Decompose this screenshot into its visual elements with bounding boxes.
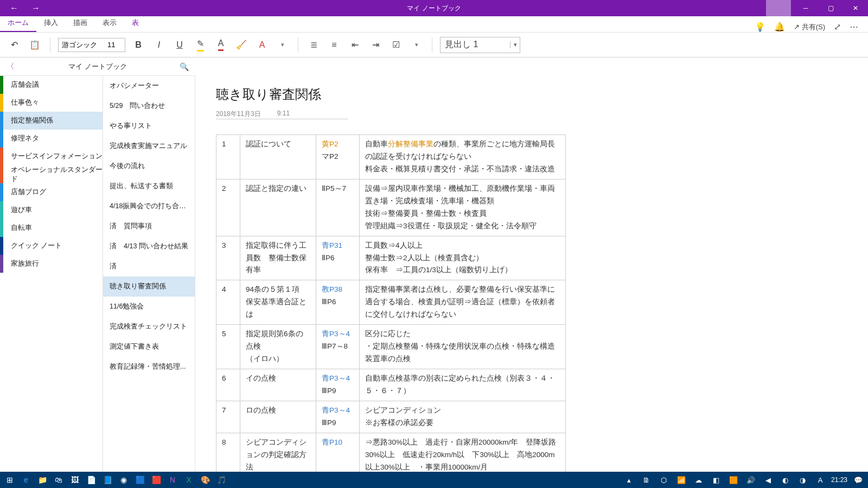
section-item[interactable]: 自転車	[0, 219, 103, 237]
page-item[interactable]: 測定値下書き表	[103, 337, 195, 357]
table-row[interactable]: 3指定取得に伴う工員数 整備士数保有率青P31ⅡP6工員数⇒4人以上整備士数⇒2…	[216, 236, 566, 280]
chrome-icon[interactable]: ◉	[117, 473, 130, 486]
highlight-button[interactable]: ✎	[193, 37, 208, 53]
table-row[interactable]: 8シビアコンディションの判定確認方法青P10⇒悪路30%以上 過走行・自家用20…	[216, 433, 566, 477]
store-icon[interactable]: 🛍	[52, 473, 65, 486]
outdent-button[interactable]: ⇤	[347, 37, 362, 53]
lightbulb-icon[interactable]: 💡	[755, 22, 765, 32]
app-icon[interactable]: 🎨	[199, 473, 212, 486]
page-item[interactable]: やる事リスト	[103, 116, 195, 136]
table-row[interactable]: 5指定規則第6条の点検（イロハ）青P3～4ⅢP7～8区分に応じた・定期点検整備・…	[216, 325, 566, 369]
onenote-icon[interactable]: N	[166, 473, 179, 486]
forward-icon[interactable]: →	[31, 3, 40, 13]
tray-icon[interactable]: ▴	[623, 473, 636, 486]
underline-button[interactable]: U	[172, 37, 187, 53]
bell-icon[interactable]: 🔔	[774, 22, 785, 32]
cloud-icon[interactable]: ☁	[692, 473, 705, 486]
page-item[interactable]: 11/6勉強会	[103, 297, 195, 317]
section-item[interactable]: オペレーショナルスタンダード	[0, 165, 103, 183]
app-icon[interactable]: 🟦	[133, 473, 146, 486]
indent-button[interactable]: ⇥	[368, 37, 383, 53]
section-item[interactable]: 遊び車	[0, 201, 103, 219]
wifi-icon[interactable]: 📶	[675, 473, 688, 486]
ime-icon[interactable]: A	[814, 473, 827, 486]
section-item[interactable]: クイック ノート	[0, 237, 103, 255]
close-button[interactable]: ✕	[843, 0, 868, 16]
notebook-back-icon[interactable]: 〈	[7, 62, 14, 72]
tab-draw[interactable]: 描画	[66, 15, 95, 32]
page-item[interactable]: 今後の流れ	[103, 156, 195, 176]
chevron-down-icon[interactable]: ▾	[510, 41, 520, 48]
page-item[interactable]: 4/18振興会での打ち合わ...	[103, 196, 195, 216]
tray-icon[interactable]: ⬡	[658, 473, 671, 486]
edge-icon[interactable]: e	[20, 473, 33, 486]
font-size-input[interactable]	[104, 38, 125, 52]
tab-home[interactable]: ホーム	[0, 15, 36, 32]
page-item[interactable]: 教育記録簿・苦情処理...	[103, 357, 195, 377]
app-icon[interactable]: 🎵	[215, 473, 228, 486]
style-selector[interactable]: 見出し 1 ▾	[440, 37, 520, 53]
tray-icon[interactable]: ◑	[796, 473, 809, 486]
tray-icon[interactable]: 🗎	[640, 473, 653, 486]
app-icon[interactable]: 📘	[101, 473, 114, 486]
section-item[interactable]: 店舗会議	[0, 76, 103, 94]
start-icon[interactable]: ⊞	[3, 473, 16, 486]
undo-button[interactable]: ↶	[7, 37, 22, 53]
excel-icon[interactable]: X	[182, 473, 195, 486]
chevron-down-icon[interactable]: ▾	[409, 37, 424, 53]
page-item[interactable]: 済 質問事項	[103, 216, 195, 236]
fullscreen-icon[interactable]: ⤢	[834, 22, 841, 32]
chevron-down-icon[interactable]: ▾	[275, 37, 290, 53]
bold-button[interactable]: B	[131, 37, 146, 53]
volume-icon[interactable]: 🔊	[744, 473, 757, 486]
tray-icon[interactable]: ◀	[762, 473, 775, 486]
section-item[interactable]: サービスインフォメーション	[0, 147, 103, 165]
tab-table[interactable]: 表	[124, 15, 146, 32]
back-icon[interactable]: ←	[10, 3, 18, 13]
bullet-list-button[interactable]: ≣	[306, 37, 321, 53]
minimize-button[interactable]: ─	[793, 0, 818, 16]
page-item[interactable]: 済	[103, 256, 195, 277]
page-item[interactable]: 済 4/13 問い合わせ結果	[103, 236, 195, 256]
italic-button[interactable]: I	[151, 37, 167, 53]
format-painter-button[interactable]: A	[254, 37, 270, 53]
font-name-input[interactable]	[59, 38, 104, 52]
page-item[interactable]: 完成検査実施マニュアル	[103, 136, 195, 156]
section-item[interactable]: 仕事色々	[0, 94, 103, 112]
table-row[interactable]: 1認証について黄P2マP2自動車分解整備事業の種類、事業所ごとに地方運輸局長の認…	[216, 135, 566, 179]
action-center-icon[interactable]: 💬	[852, 473, 865, 486]
table-row[interactable]: 6イの点検青P3～4ⅢP9自動車点検基準の別表に定められた点検（別表３・４・５・…	[216, 369, 566, 401]
table-row[interactable]: 7ロの点検青P3～4ⅢP9シビアコンディション※お客様の承諾必要	[216, 401, 566, 433]
search-icon[interactable]: 🔍	[180, 62, 189, 71]
page-item[interactable]: オパシメーター	[103, 76, 195, 96]
note-table[interactable]: 1認証について黄P2マP2自動車分解整備事業の種類、事業所ごとに地方運輸局長の認…	[216, 134, 566, 478]
section-item[interactable]: 指定整備関係	[0, 112, 103, 130]
page-item[interactable]: 聴き取り審査関係	[103, 277, 195, 297]
font-color-button[interactable]: A	[213, 37, 228, 53]
section-item[interactable]: 修理ネタ	[0, 130, 103, 147]
page-item[interactable]: 5/29 問い合わせ	[103, 96, 195, 116]
page-item[interactable]: 提出、転送する書類	[103, 176, 195, 196]
clipboard-button[interactable]: 📋	[27, 37, 42, 53]
tray-icon[interactable]: 🟧	[727, 473, 740, 486]
maximize-button[interactable]: ▢	[818, 0, 843, 16]
app-icon[interactable]: 🖼	[68, 473, 81, 486]
taskbar-clock[interactable]: 21:23	[831, 476, 847, 484]
checkbox-button[interactable]: ☑	[388, 37, 404, 53]
tab-view[interactable]: 表示	[95, 15, 124, 32]
share-button[interactable]: ↗ 共有(S)	[794, 22, 825, 32]
app-icon[interactable]: 📄	[85, 473, 98, 486]
note-pane[interactable]: 聴き取り審査関係 2018年11月3日 9:11 1認証について黄P2マP2自動…	[195, 76, 868, 488]
page-item[interactable]: 完成検査チェックリスト	[103, 317, 195, 337]
table-row[interactable]: 2認証と指定の違いⅡP5～7設備⇒屋内現車作業場・機械加工、原動機作業場・車両置…	[216, 179, 566, 236]
app-icon[interactable]: 🟥	[150, 473, 163, 486]
font-selector[interactable]	[58, 38, 125, 52]
more-icon[interactable]: ⋯	[850, 22, 858, 32]
section-item[interactable]: 家族旅行	[0, 255, 103, 273]
table-row[interactable]: 494条の５第１項 保安基準適合証とは教P38ⅢP6指定整備事業者は点検し、必要…	[216, 280, 566, 325]
numbered-list-button[interactable]: ≡	[327, 37, 342, 53]
tab-insert[interactable]: 挿入	[36, 15, 66, 32]
tray-icon[interactable]: ◐	[779, 473, 792, 486]
clear-format-button[interactable]: 🧹	[234, 37, 249, 53]
tray-icon[interactable]: ◧	[710, 473, 723, 486]
